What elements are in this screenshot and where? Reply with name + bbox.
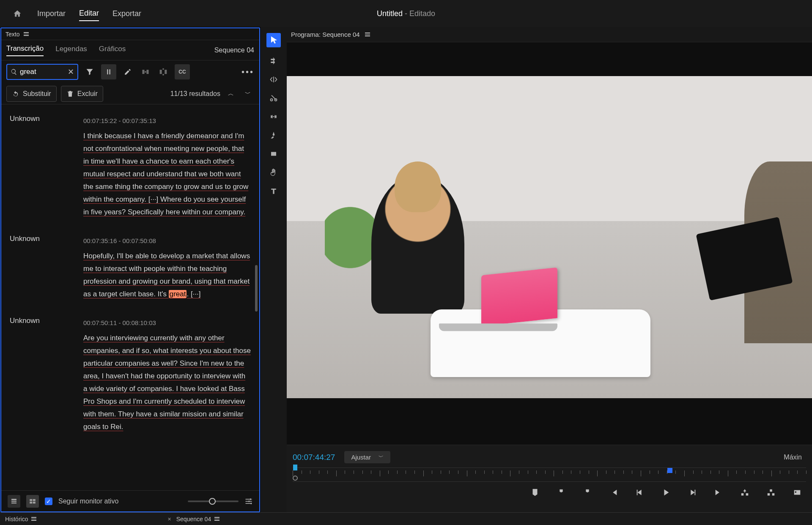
split-segment-icon[interactable] (157, 66, 170, 78)
close-icon[interactable]: × (167, 516, 171, 522)
rectangle-tool-icon[interactable] (269, 149, 279, 159)
svg-rect-6 (162, 74, 164, 75)
segment-timecode: 00:07:35:16 - 00:07:50:08 (83, 235, 251, 247)
playhead-timecode[interactable]: 00:07:44:27 (293, 453, 335, 462)
transcript-segment[interactable]: Unknown 00:07:50:11 - 00:08:10:03 Are yo… (10, 311, 251, 443)
view-mode-a-icon[interactable] (8, 495, 20, 508)
history-panel-tab[interactable]: Histórico (5, 516, 36, 522)
svg-rect-22 (770, 489, 772, 492)
pause-segment-icon[interactable] (101, 64, 116, 79)
selection-tool-icon[interactable] (266, 33, 281, 47)
svg-rect-5 (162, 68, 164, 70)
segment-text-pre: Hopefully, I'll be able to develop a mar… (83, 252, 250, 298)
project-title: Untitled - Editado (377, 9, 435, 18)
view-mode-b-icon[interactable] (26, 495, 39, 508)
merge-segments-icon[interactable] (139, 66, 152, 78)
next-result-icon[interactable]: ﹀ (241, 90, 254, 98)
tab-edit[interactable]: Editar (79, 6, 99, 21)
transcript-segment[interactable]: Unknown 00:07:35:16 - 00:07:50:08 Hopefu… (10, 229, 251, 311)
playback-bar: 00:07:44:27 Ajustar ﹀ Máxin (287, 445, 812, 512)
go-to-in-icon[interactable] (609, 488, 618, 497)
quality-label[interactable]: Máxin (784, 454, 802, 461)
panel-menu-icon[interactable] (24, 32, 29, 36)
slip-tool-icon[interactable] (269, 112, 279, 122)
segment-timecode: 00:07:15:22 - 00:07:35:13 (83, 115, 251, 127)
search-box[interactable]: ✕ (6, 64, 78, 80)
play-icon[interactable] (661, 488, 671, 497)
tab-transcription[interactable]: Transcrição (6, 44, 44, 56)
follow-monitor-checkbox[interactable]: ✓ (45, 498, 52, 505)
tab-captions[interactable]: Legendas (55, 45, 87, 56)
search-input[interactable] (20, 68, 65, 76)
mark-out-icon[interactable] (583, 488, 592, 497)
tab-export[interactable]: Exportar (112, 7, 141, 21)
transcript-segment[interactable]: Unknown 00:07:15:22 - 00:07:35:13 I thin… (10, 109, 251, 229)
program-menu-icon[interactable] (365, 33, 370, 36)
segment-speaker: Unknown (10, 317, 77, 433)
tab-graphics[interactable]: Gráficos (99, 45, 126, 56)
program-monitor-header[interactable]: Programa: Sequence 04 (287, 27, 812, 42)
text-panel: Texto Transcrição Legendas Gráficos Sequ… (0, 27, 260, 512)
replace-button[interactable]: Substituir (6, 86, 57, 102)
panel-menu-icon[interactable] (214, 517, 219, 521)
svg-rect-10 (30, 499, 32, 501)
panel-menu-icon[interactable] (31, 517, 36, 521)
segment-text[interactable]: Hopefully, I'll be able to develop a mar… (83, 252, 250, 298)
program-monitor-viewport[interactable] (287, 42, 812, 445)
hand-tool-icon[interactable] (269, 167, 279, 178)
svg-rect-8 (11, 501, 16, 502)
razor-tool-icon[interactable] (269, 93, 279, 103)
add-marker-icon[interactable] (530, 488, 540, 497)
lift-icon[interactable] (740, 488, 749, 497)
svg-rect-0 (143, 70, 145, 74)
segment-speaker: Unknown (10, 115, 77, 219)
chevron-down-icon: ﹀ (379, 454, 384, 461)
follow-monitor-label: Seguir monitor ativo (58, 498, 118, 505)
mark-in-icon[interactable] (557, 488, 566, 497)
transcript-list[interactable]: Unknown 00:07:15:22 - 00:07:35:13 I thin… (1, 104, 259, 490)
sequence-panel-tab[interactable]: × Sequence 04 (167, 516, 219, 522)
prev-result-icon[interactable]: ︿ (225, 90, 237, 98)
extract-icon[interactable] (766, 488, 776, 497)
svg-rect-20 (768, 493, 770, 496)
segment-text[interactable]: I think because I have a friendly demean… (83, 132, 248, 216)
playhead-indicator[interactable] (293, 465, 297, 470)
step-back-icon[interactable] (635, 488, 645, 497)
svg-rect-9 (11, 503, 16, 503)
active-sequence-label: Sequence 04 (214, 46, 254, 54)
panel-name: Texto (5, 31, 19, 38)
tab-import[interactable]: Importar (37, 7, 66, 21)
delete-button[interactable]: Excluir (61, 86, 103, 102)
segment-text-post: . [···] (187, 290, 200, 298)
in-out-marker[interactable] (667, 468, 672, 473)
svg-rect-12 (30, 501, 32, 503)
video-frame (287, 76, 812, 398)
segment-text[interactable]: Are you interviewing currently with any … (83, 334, 251, 431)
edit-pencil-icon[interactable] (121, 66, 134, 78)
zoom-fit-dropdown[interactable]: Ajustar ﹀ (344, 451, 390, 463)
sequence-panel-label: Sequence 04 (176, 516, 211, 522)
time-ruler[interactable] (293, 468, 806, 482)
go-to-out-icon[interactable] (714, 488, 723, 497)
track-select-forward-icon[interactable] (269, 56, 279, 66)
zoom-slider[interactable] (188, 500, 239, 502)
pen-tool-icon[interactable] (269, 130, 279, 140)
zoom-handle-left[interactable] (293, 476, 298, 481)
step-forward-icon[interactable] (688, 488, 697, 497)
svg-point-14 (250, 498, 251, 500)
svg-rect-21 (772, 493, 775, 496)
project-title-name: Untitled (377, 9, 403, 18)
panel-tabbar[interactable]: Texto (1, 28, 259, 40)
project-title-suffix: - Editado (403, 9, 435, 18)
filter-icon[interactable] (83, 66, 96, 78)
ripple-edit-tool-icon[interactable] (269, 74, 279, 85)
scrollbar-thumb[interactable] (255, 265, 258, 312)
export-frame-icon[interactable] (793, 488, 802, 497)
settings-sliders-icon[interactable] (244, 497, 253, 506)
cc-toggle-icon[interactable]: CC (175, 64, 190, 79)
home-icon[interactable] (11, 7, 24, 20)
type-tool-icon[interactable] (269, 186, 279, 196)
more-options-icon[interactable]: ••• (241, 66, 254, 78)
zoom-slider-knob[interactable] (209, 498, 216, 505)
clear-search-icon[interactable]: ✕ (68, 67, 74, 77)
